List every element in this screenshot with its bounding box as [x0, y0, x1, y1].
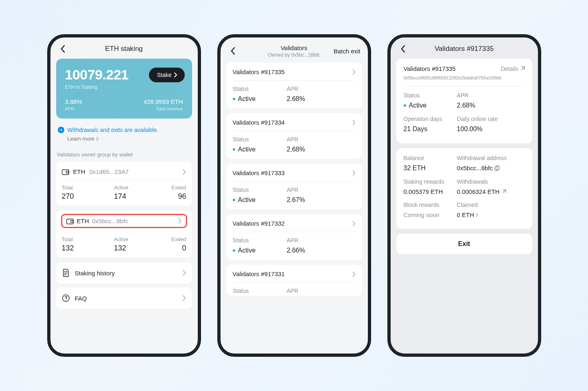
- operation-days-label: Operation days: [404, 116, 457, 122]
- chevron-right-icon: [178, 218, 182, 224]
- phone-validator-detail: Validators #917335 Validators #917335 De…: [387, 34, 541, 357]
- validator-card: Validators #917332 Status Active APR 2.6…: [226, 214, 362, 260]
- exit-button[interactable]: Exit: [396, 234, 532, 254]
- back-button[interactable]: [397, 43, 409, 55]
- validator-row[interactable]: Validators #917334: [233, 119, 356, 131]
- exited-label: Exited: [161, 236, 186, 242]
- status-value: Active: [233, 95, 287, 103]
- stake-button[interactable]: Stake: [149, 68, 185, 82]
- phone-validators-list: Validators Owned by 0x5bc...28bfc Batch …: [217, 34, 371, 357]
- validator-id: Validators #917335: [233, 68, 285, 75]
- balance-value: 32 ETH: [404, 165, 457, 172]
- online-rate-value: 100.00%: [457, 125, 525, 133]
- svg-rect-2: [66, 219, 73, 224]
- chevron-right-icon: [352, 271, 356, 277]
- active-label: Active: [114, 236, 161, 242]
- status-label: Status: [233, 187, 287, 193]
- wallet-icon: [62, 169, 69, 175]
- wallet-address: 0x1d65...23A7: [90, 168, 129, 175]
- total-label: Total: [62, 185, 114, 191]
- claimed-label: Claimed: [457, 202, 525, 208]
- chevron-right-icon: [96, 137, 99, 141]
- status-label: Status: [233, 136, 287, 143]
- validator-row[interactable]: Validators #917333: [233, 169, 356, 182]
- status-value: Active: [404, 102, 457, 109]
- external-link-icon: [520, 66, 525, 71]
- validator-id: Validators #917333: [233, 169, 285, 176]
- operation-days-value: 21 Days: [404, 125, 457, 133]
- apr-label: APR: [457, 92, 525, 99]
- chevron-right-icon: [476, 213, 479, 217]
- staking-history-link[interactable]: Staking history: [56, 262, 192, 283]
- header: ETH staking: [50, 37, 198, 59]
- validator-id: Validators #917331: [233, 270, 285, 277]
- apr-label: APR: [286, 187, 341, 193]
- validator-id: Validators #917334: [233, 119, 285, 126]
- apr-value: 2.68%: [286, 95, 341, 103]
- chevron-right-icon: [352, 221, 356, 226]
- wallet-name: ETH: [77, 217, 89, 224]
- validator-row[interactable]: Validators #917335: [233, 68, 356, 81]
- batch-exit-button[interactable]: Batch exit: [334, 48, 361, 55]
- learn-more-link[interactable]: Learn more: [68, 136, 190, 142]
- back-button[interactable]: [57, 43, 68, 55]
- copy-icon[interactable]: [494, 165, 500, 171]
- apr-label: APR: [286, 86, 341, 92]
- status-label: Status: [233, 86, 287, 92]
- exited-value: 96: [161, 192, 186, 201]
- document-icon: [62, 269, 70, 277]
- active-value: 132: [114, 244, 161, 253]
- chevron-right-icon: [352, 120, 356, 125]
- apr-value: 2.68%: [286, 146, 341, 153]
- apr-label: APR: [286, 288, 341, 294]
- staking-summary-card: 10079.221 ETH in Staking Stake 3.88% APR…: [56, 59, 192, 119]
- withdrawals-label: Withdrawals: [457, 178, 525, 185]
- back-icon: [60, 45, 65, 53]
- question-icon: [62, 294, 70, 302]
- status-label: Status: [233, 288, 287, 294]
- page-title: Validators #917335: [397, 45, 531, 53]
- withdraw-addr-label: Withdrawal address: [457, 155, 525, 161]
- validator-title: Validators #917335: [404, 65, 456, 72]
- online-rate-label: Daily online rate: [457, 116, 525, 122]
- wallet-row[interactable]: ETH 0x1d65...23A7: [62, 167, 186, 180]
- back-button[interactable]: [227, 45, 238, 57]
- validator-id: Validators #917332: [233, 220, 285, 227]
- chevron-right-icon: [182, 295, 186, 301]
- withdrawals-link[interactable]: 0.0006324 ETH: [457, 188, 525, 195]
- wallet-icon: [66, 218, 74, 224]
- wallet-address: 0x5bcc...8bfc: [92, 217, 128, 224]
- withdrawals-value: 0.0006324 ETH: [457, 188, 500, 195]
- info-icon: [58, 127, 64, 133]
- status-value: Active: [233, 196, 287, 204]
- validator-card: Validators #917331 Status Active APR: [226, 265, 362, 296]
- apr-label: APR: [286, 136, 341, 143]
- claimed-link[interactable]: 0 ETH: [457, 211, 525, 218]
- validator-balance-card: Balance 32 ETH Withdrawal address 0x5bcc…: [396, 148, 532, 229]
- svg-rect-3: [70, 220, 73, 222]
- details-link[interactable]: Details: [501, 66, 525, 72]
- learn-more-label: Learn more: [68, 136, 94, 142]
- faq-link[interactable]: FAQ: [56, 288, 192, 309]
- chevron-right-icon: [182, 270, 186, 276]
- staking-amount-label: ETH in Staking: [65, 84, 183, 90]
- validator-row[interactable]: Validators #917332: [233, 220, 356, 232]
- balance-label: Balance: [404, 155, 457, 161]
- validator-card: Validators #917334 Status Active APR 2.6…: [226, 113, 362, 159]
- chevron-right-icon: [182, 169, 186, 175]
- details-label: Details: [501, 66, 518, 72]
- back-icon: [400, 45, 405, 53]
- chevron-right-icon: [352, 69, 356, 75]
- active-label: Active: [114, 185, 161, 191]
- total-value: 132: [62, 244, 114, 253]
- phone-eth-staking: ETH staking 10079.221 ETH in Staking Sta…: [47, 34, 201, 357]
- notice-text: Withdrawals and exits are available.: [68, 127, 158, 133]
- staking-rewards-label: Staking rewards: [404, 178, 457, 185]
- status-label: Status: [404, 92, 457, 99]
- validator-row[interactable]: Validators #917331: [233, 270, 356, 283]
- total-label: Total: [62, 236, 114, 242]
- withdraw-addr-value: 0x5bcc...8bfc: [457, 165, 493, 171]
- wallet-row-highlighted[interactable]: ETH 0x5bcc...8bfc: [61, 214, 187, 228]
- apr-label: APR: [65, 106, 83, 111]
- validator-stats-card: Validators #917335 Details 0x5bccc6f091d…: [396, 59, 532, 143]
